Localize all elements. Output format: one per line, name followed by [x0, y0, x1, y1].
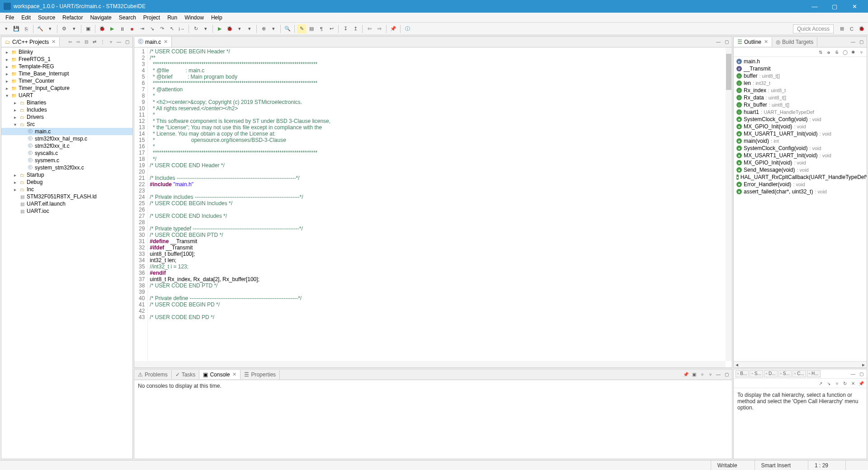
menu-navigate[interactable]: Navigate: [86, 14, 115, 22]
step-over-button[interactable]: ↷: [157, 24, 166, 33]
forward-button[interactable]: ⇨: [375, 24, 384, 33]
tree-item[interactable]: ▸📁Time_Base_Interrupt: [1, 70, 132, 77]
pin-editor-button[interactable]: 📌: [389, 24, 398, 33]
minimize-button[interactable]: —: [805, 0, 825, 13]
hier-tab[interactable]: ▫ H...: [807, 370, 821, 377]
terminal-button[interactable]: ▣: [84, 24, 93, 33]
minimize-panel-icon[interactable]: —: [715, 371, 722, 378]
tree-item[interactable]: ▸📁FreeRTOS_1: [1, 56, 132, 63]
link-editor-icon[interactable]: ⇄: [91, 38, 98, 46]
annotations-prev-button[interactable]: ↥: [351, 24, 360, 33]
back-button[interactable]: ⇦: [365, 24, 374, 33]
open-perspective-button[interactable]: ⊞: [837, 24, 846, 33]
tree-item[interactable]: ⓒsystem_stm32f0xx.c: [1, 164, 132, 171]
quick-access-field[interactable]: Quick Access: [793, 24, 834, 33]
coverage-button[interactable]: ▾: [235, 24, 244, 33]
outline-item[interactable]: ●assert_failed(char*, uint32_t) : void: [734, 188, 867, 195]
close-icon[interactable]: ✕: [164, 39, 168, 45]
instruction-step-button[interactable]: i→: [177, 24, 186, 33]
outline-item[interactable]: ●SystemClock_Config(void) : void: [734, 145, 867, 152]
pause-button[interactable]: ⏸: [118, 24, 127, 33]
project-tree[interactable]: ▸📁Blinky▸📁FreeRTOS_1▸📁Template-REG▸📁Time…: [1, 47, 132, 459]
tree-item[interactable]: ▸📁Blinky: [1, 48, 132, 56]
target-button[interactable]: ▾: [70, 24, 79, 33]
tree-item[interactable]: ⓒsysmem.c: [1, 157, 132, 164]
view-menu-icon[interactable]: ▿: [107, 38, 114, 46]
hier-tab[interactable]: ▫ B...: [736, 370, 749, 377]
callees-icon[interactable]: ↘: [825, 380, 832, 387]
pin-console-icon[interactable]: 📌: [682, 371, 689, 378]
outline-item[interactable]: ○huart1 : UART_HandleTypeDef: [734, 108, 867, 116]
outline-item[interactable]: ●MX_USART1_UART_Init(void) : void: [734, 130, 867, 137]
tree-item[interactable]: ▾🗀Src: [1, 121, 132, 128]
tab-cpp-projects[interactable]: 🗂 C/C++ Projects ✕: [1, 38, 60, 47]
profile-button[interactable]: ▾: [245, 24, 254, 33]
stop-button[interactable]: ■: [127, 24, 137, 33]
toggle-block-sel-button[interactable]: ▤: [307, 24, 316, 33]
vertical-scrollbar[interactable]: [726, 47, 732, 361]
run-last-button[interactable]: ▶: [215, 24, 224, 33]
close-button[interactable]: ✕: [844, 0, 864, 13]
tab-build-targets[interactable]: ◎ Build Targets: [772, 38, 817, 47]
outline-item[interactable]: ●HAL_UART_RxCpltCallback(UART_HandleType…: [734, 174, 867, 181]
menu-window[interactable]: Window: [181, 14, 208, 22]
tree-item[interactable]: ▤STM32F051R8TX_FLASH.ld: [1, 193, 132, 200]
build-button[interactable]: 🔨: [36, 24, 45, 33]
outline-item[interactable]: ●Error_Handler(void) : void: [734, 181, 867, 188]
menu-source[interactable]: Source: [34, 14, 59, 22]
maximize-panel-icon[interactable]: ▢: [858, 38, 865, 46]
menu-edit[interactable]: Edit: [18, 14, 34, 22]
callers-icon[interactable]: ↗: [817, 380, 824, 387]
close-icon[interactable]: ✕: [52, 39, 56, 45]
hier-tab[interactable]: ▫ C...: [793, 370, 806, 377]
hide-nonpublic-icon[interactable]: ◯: [841, 48, 849, 56]
menu-search[interactable]: Search: [115, 14, 140, 22]
tree-item[interactable]: ▸🗀Inc: [1, 186, 132, 193]
code-editor[interactable]: 1234567891011121314151617181920212223242…: [134, 47, 732, 367]
menu-help[interactable]: Help: [208, 14, 226, 22]
search-button[interactable]: 🔍: [283, 24, 292, 33]
cancel-icon[interactable]: ✕: [849, 380, 857, 387]
build-all-button[interactable]: ▾: [46, 24, 55, 33]
tree-item[interactable]: ▤UART.elf.launch: [1, 200, 132, 207]
outline-item[interactable]: ○buffer : uint8_t[]: [734, 72, 867, 80]
debug-button[interactable]: 🐞: [98, 24, 107, 33]
tab-properties[interactable]: ☰Properties: [241, 370, 280, 379]
toggle-mark-button[interactable]: ✎: [297, 24, 306, 33]
maximize-button[interactable]: ▢: [825, 0, 844, 13]
hide-fields-icon[interactable]: a̶: [825, 48, 832, 56]
back-nav-icon[interactable]: ⇦: [66, 38, 74, 46]
annotations-next-button[interactable]: ↧: [341, 24, 350, 33]
outline-item[interactable]: ○Rx_index : uint8_t: [734, 87, 867, 94]
outline-item[interactable]: ●MX_USART1_UART_Init(void) : void: [734, 152, 867, 159]
resume-button[interactable]: ▾: [201, 24, 210, 33]
outline-tree[interactable]: ▸main.h #__Transmit ○buffer : uint8_t[]○…: [734, 57, 867, 361]
outline-item[interactable]: ●main(void) : int: [734, 137, 867, 145]
save-all-button[interactable]: ⎘: [22, 24, 31, 33]
perspective-c-button[interactable]: C: [847, 24, 856, 33]
new-console-icon[interactable]: ▿: [707, 371, 714, 378]
show-whitespace-button[interactable]: ¶: [317, 24, 326, 33]
minimize-panel-icon[interactable]: —: [849, 38, 857, 46]
tree-item[interactable]: ▸🗀Binaries: [1, 99, 132, 106]
outline-item[interactable]: ●SystemClock_Config(void) : void: [734, 116, 867, 123]
hier-tab[interactable]: ▫ S...: [750, 370, 763, 377]
outline-item[interactable]: ●Send_Message(void) : void: [734, 166, 867, 174]
tree-item[interactable]: ⓒstm32f0xx_hal_msp.c: [1, 135, 132, 142]
config-button[interactable]: ⚙: [60, 24, 69, 33]
tree-item[interactable]: ▸📁Timer_Counter: [1, 77, 132, 85]
tree-item[interactable]: ⓒmain.c: [1, 128, 132, 135]
menu-project[interactable]: Project: [140, 14, 164, 22]
menu-file[interactable]: File: [2, 14, 18, 22]
maximize-panel-icon[interactable]: ▢: [723, 371, 730, 378]
collapse-all-icon[interactable]: ⊟: [83, 38, 90, 46]
minimize-panel-icon[interactable]: —: [849, 370, 857, 377]
outline-item[interactable]: ●MX_GPIO_Init(void) : void: [734, 123, 867, 130]
debug-last-button[interactable]: 🐞: [225, 24, 234, 33]
open-type-button[interactable]: ▾: [269, 24, 278, 33]
tree-item[interactable]: ▤UART.ioc: [1, 207, 132, 215]
tab-tasks[interactable]: ✓Tasks: [172, 370, 200, 379]
minimize-panel-icon[interactable]: —: [715, 38, 722, 46]
close-icon[interactable]: ✕: [764, 39, 768, 45]
hier-tab[interactable]: ▫ S...: [778, 370, 792, 377]
